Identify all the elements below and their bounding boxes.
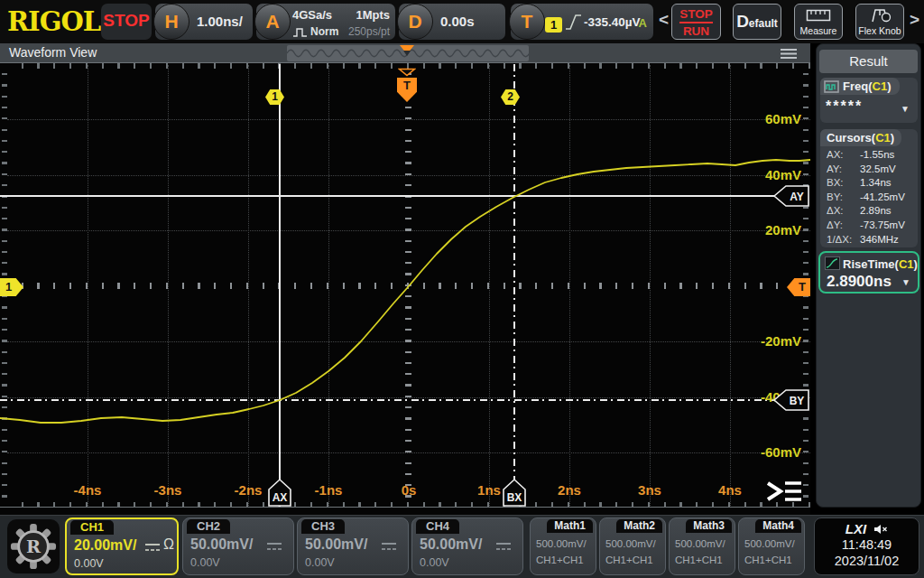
- memory-depth: 1Mpts: [356, 8, 390, 22]
- x-axis-label: -1ns: [301, 482, 356, 498]
- graticule-menu-icon[interactable]: [763, 479, 805, 504]
- sample-resolution: 250ps/pt: [348, 25, 390, 38]
- svg-text:BX: BX: [507, 491, 522, 504]
- math4-tab[interactable]: Math4: [755, 519, 801, 533]
- cursor-readout-row: BX:1.34ns: [827, 177, 916, 191]
- dc-coupling-icon: [495, 542, 512, 551]
- result-panel-title: Result: [819, 50, 918, 73]
- y-axis-label: 20mV: [747, 222, 801, 238]
- cursor-readout-row: AY:32.5mV: [827, 163, 916, 178]
- trigger-flag: A: [639, 16, 647, 30]
- delay-knob-button[interactable]: D: [397, 4, 433, 40]
- channel1-scale: 20.00mV/: [74, 537, 136, 554]
- sample-rate: 4GSa/s: [292, 8, 332, 22]
- measure-button[interactable]: Measure: [794, 4, 843, 40]
- waveform-view[interactable]: Waveform View: [0, 43, 810, 515]
- svg-text:R: R: [26, 536, 42, 557]
- measure-button-label: Measure: [795, 25, 842, 36]
- channel1-tab[interactable]: CH1: [70, 520, 114, 535]
- math4-scale: 500.00mV/: [744, 538, 795, 549]
- channel3-scale: 50.00mV/: [305, 536, 367, 553]
- y-axis-label: 40mV: [747, 167, 801, 182]
- risetime-card-title: RiseTime(C1): [843, 256, 918, 273]
- acquisition-status: STOP: [101, 4, 152, 40]
- y-axis-label: -60mV: [747, 444, 801, 460]
- math1-tab[interactable]: Math1: [547, 519, 593, 533]
- channel2-tab[interactable]: CH2: [187, 519, 230, 534]
- graticule[interactable]: 60mV 40mV 20mV -20mV -40mV -60mV -4ns -3…: [0, 63, 810, 508]
- y-axis-label: 60mV: [747, 111, 801, 126]
- freq-value: *****: [826, 98, 863, 115]
- lxi-logo: LXI: [845, 521, 866, 536]
- system-status-block[interactable]: LXI 11:48:49 2023/11/02: [814, 517, 919, 575]
- acquisition-knob-button[interactable]: A: [254, 4, 291, 40]
- delay-value: 0.00s: [440, 4, 475, 40]
- channel3-card[interactable]: CH3 50.00mV/ 0.00V: [297, 517, 409, 575]
- freq-dropdown-caret-icon[interactable]: ▼: [901, 104, 910, 114]
- acquisition-mode-icon: [292, 26, 308, 38]
- horizontal-position-scrollbar[interactable]: [287, 45, 529, 61]
- rigol-logo: RIGOL: [7, 6, 100, 37]
- cursors-result-card[interactable]: Cursors(C1) AX:-1.55ns AY:32.5mV BX:1.34…: [820, 129, 918, 247]
- knob-icon: [867, 8, 892, 23]
- toolbar-scroll-right-icon[interactable]: >: [910, 10, 919, 30]
- channel2-scale: 50.00mV/: [190, 536, 253, 553]
- default-button[interactable]: Default: [733, 4, 781, 40]
- math3-tab[interactable]: Math3: [686, 519, 732, 533]
- svg-text:AX: AX: [273, 491, 288, 504]
- dc-coupling-icon: [266, 542, 282, 551]
- math3-card[interactable]: Math3 500.00mV/ CH1+CH1: [669, 517, 735, 575]
- waveform-trace-layer: [0, 63, 810, 508]
- waveform-view-title: Waveform View: [9, 45, 97, 60]
- risetime-measurement-card[interactable]: RiseTime(C1) 2.8900ns ▼: [818, 251, 919, 294]
- channel1-offset: 0.00V: [74, 557, 104, 570]
- cursor-readout-row: ΔY:-73.75mV: [827, 219, 916, 234]
- cursor-ax-tag[interactable]: AX: [267, 478, 292, 508]
- horizontal-knob-button[interactable]: H: [153, 4, 189, 40]
- cursor-by-tag[interactable]: BY: [772, 388, 810, 412]
- toolbar-scroll-left-icon[interactable]: <: [659, 10, 669, 30]
- channel1-card[interactable]: CH1 20.00mV/ Ω 0.00V: [65, 517, 179, 575]
- math2-card[interactable]: Math2 500.00mV/ CH1+CH1: [599, 517, 666, 575]
- math2-tab[interactable]: Math2: [616, 519, 662, 533]
- svg-text:AY: AY: [790, 191, 804, 203]
- channel1-impedance: Ω: [163, 536, 174, 553]
- trigger-position-outline-icon: [398, 68, 416, 77]
- risetime-dropdown-caret-icon[interactable]: ▼: [901, 277, 910, 287]
- cursor-bx-tag[interactable]: BX: [502, 478, 527, 508]
- y-axis-label: -20mV: [747, 333, 801, 349]
- waveform-menu-icon[interactable]: [780, 48, 798, 60]
- channel4-card[interactable]: CH4 50.00mV/ 0.00V: [411, 517, 523, 575]
- dc-coupling-icon: [144, 543, 161, 552]
- channel2-card[interactable]: CH2 50.00mV/ 0.00V: [182, 517, 294, 575]
- rising-edge-icon: [565, 13, 582, 32]
- math4-expression: CH1+CH1: [744, 555, 792, 565]
- freq-measurement-card[interactable]: Freq(C1) ***** ▼: [820, 78, 918, 123]
- stop-run-bottom-label: RUN: [672, 23, 720, 39]
- freq-card-title: Freq(C1): [843, 78, 891, 95]
- cursors-card-title: Cursors(C1): [827, 129, 894, 146]
- math4-card[interactable]: Math4 500.00mV/ CH1+CH1: [738, 517, 805, 575]
- cursor-ay-tag[interactable]: AY: [772, 184, 810, 208]
- stop-run-button[interactable]: STOP RUN: [671, 4, 721, 40]
- math2-expression: CH1+CH1: [605, 555, 653, 565]
- timebase-value: 1.00ns/: [197, 4, 243, 40]
- trigger-level: -335.40µV: [584, 15, 641, 29]
- sound-muted-icon: [873, 524, 888, 535]
- dc-coupling-icon: [381, 542, 397, 551]
- flex-knob-button[interactable]: Flex Knob: [855, 4, 904, 40]
- acquisition-mode: Norm: [310, 25, 338, 38]
- result-panel-box: Result Freq(C1) ***** ▼ Cursors(C1): [816, 43, 921, 508]
- channel3-offset: 0.00V: [305, 556, 335, 569]
- channel4-tab[interactable]: CH4: [416, 519, 459, 534]
- x-axis-label: 2ns: [542, 482, 596, 498]
- trigger-knob-button[interactable]: T: [509, 4, 545, 40]
- math1-expression: CH1+CH1: [536, 555, 584, 565]
- channel3-tab[interactable]: CH3: [301, 519, 345, 534]
- cursor-readout-row: AX:-1.55ns: [827, 149, 916, 163]
- system-date: 2023/11/02: [815, 553, 919, 569]
- math1-card[interactable]: Math1 500.00mV/ CH1+CH1: [530, 517, 596, 575]
- x-axis-label: 0s: [382, 482, 436, 498]
- math1-scale: 500.00mV/: [536, 538, 587, 549]
- system-menu-button[interactable]: R: [7, 519, 60, 573]
